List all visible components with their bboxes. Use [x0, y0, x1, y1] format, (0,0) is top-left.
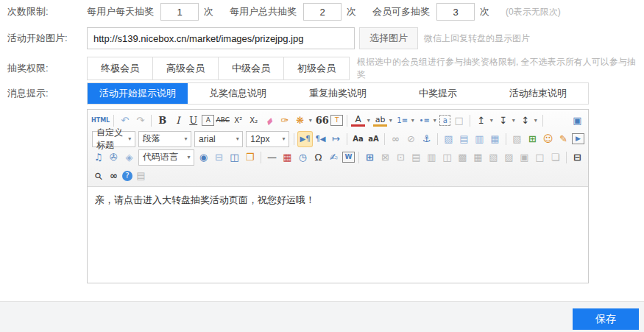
attachment-icon[interactable]: ✇: [107, 150, 121, 165]
select-all-icon[interactable]: a: [439, 115, 450, 126]
ltr-direction-icon[interactable]: ▶¶: [298, 132, 312, 146]
delete-table-icon[interactable]: ⊠: [378, 150, 392, 165]
indent-icon[interactable]: ↦: [329, 132, 343, 146]
limit-field-1-text: 每用户每天抽奖: [87, 5, 154, 18]
save-button[interactable]: 保存: [573, 308, 639, 330]
edit-document-icon[interactable]: ✍: [327, 150, 341, 165]
split-cells-icon[interactable]: ▣: [517, 150, 531, 165]
remove-format-icon[interactable]: ▰: [259, 110, 280, 131]
merge-right-icon[interactable]: ▧: [486, 150, 500, 165]
dropdown-arrow-icon: ▾: [532, 113, 539, 128]
insert-link-icon[interactable]: ∞: [389, 132, 403, 146]
unordered-list-tool[interactable]: •≡▾: [417, 113, 438, 128]
insert-image-icon[interactable]: ⊞: [526, 132, 539, 146]
line-height-tool[interactable]: ↕▾: [518, 113, 539, 128]
template-icon[interactable]: ❐: [243, 150, 257, 165]
delete-column-icon[interactable]: ▩: [456, 150, 470, 165]
font-border-icon[interactable]: A: [202, 115, 214, 126]
start-image-url-input[interactable]: [87, 27, 355, 49]
spacing-top-icon: ↥: [474, 113, 488, 128]
insert-video-icon[interactable]: ▶: [572, 133, 584, 144]
image-align-left-icon[interactable]: ▧: [442, 132, 456, 146]
anchor-icon[interactable]: ⚓: [420, 132, 434, 146]
member-group-button-ultimate[interactable]: 终极会员: [87, 57, 153, 80]
delete-row-icon[interactable]: ◫: [440, 150, 454, 165]
insert-row-icon[interactable]: ▤: [409, 150, 423, 165]
unlink-icon[interactable]: ⊘: [404, 132, 418, 146]
insert-column-icon[interactable]: ▥: [425, 150, 439, 165]
help-icon[interactable]: ?: [122, 171, 132, 181]
tab-activity-start-note[interactable]: 活动开始提示说明: [88, 83, 188, 104]
code-language-select[interactable]: 代码语言▾: [138, 149, 194, 166]
member-group-button-middle[interactable]: 中级会员: [218, 57, 284, 80]
merge-cells-icon[interactable]: ▦: [471, 150, 485, 165]
tab-redeem-info-note[interactable]: 兑奖信息说明: [188, 83, 288, 104]
dropdown-arrow-icon: ▾: [234, 132, 241, 146]
preview-page-icon[interactable]: ❏: [548, 150, 562, 165]
tab-activity-end-note[interactable]: 活动结束说明: [488, 83, 588, 104]
image-icon[interactable]: ▧: [510, 132, 524, 146]
font-size-select[interactable]: 12px▾: [246, 131, 289, 147]
paste-as-text-icon[interactable]: T: [330, 115, 343, 126]
insert-music-icon[interactable]: ♫: [91, 150, 105, 165]
ordered-list-tool[interactable]: 1≡▾: [395, 113, 416, 128]
spacing-bottom-tool[interactable]: ↧▾: [496, 113, 517, 128]
highlight-color-tool[interactable]: ab▾: [373, 113, 394, 128]
permission-label: 抽奖权限:: [0, 62, 87, 75]
editor-content-area[interactable]: 亲，请点击进入大转盘抽奖活动页面，祝您好运哦！: [88, 187, 588, 283]
strikethrough-icon[interactable]: ABC: [216, 113, 230, 128]
undo-icon[interactable]: ↶: [118, 113, 132, 128]
daily-draw-count-input[interactable]: [160, 3, 199, 21]
to-lowercase-icon[interactable]: aA: [367, 132, 381, 146]
paste-icon[interactable]: ▤: [134, 169, 148, 183]
member-group-button-junior[interactable]: 初级会员: [283, 57, 350, 80]
image-align-right-icon[interactable]: ▦: [488, 132, 502, 146]
font-color-tool[interactable]: A▾: [351, 113, 372, 128]
autotypeset-tool[interactable]: ❋▾: [293, 113, 314, 128]
horizontal-rule-icon[interactable]: —: [265, 150, 279, 165]
find-replace-icon[interactable]: ∞: [107, 169, 121, 183]
split-columns-icon[interactable]: □: [533, 150, 547, 165]
tab-win-prompt[interactable]: 中奖提示: [388, 83, 488, 104]
insert-time-icon[interactable]: ◷: [296, 150, 310, 165]
redo-icon[interactable]: ↷: [133, 113, 147, 128]
insert-date-icon[interactable]: ▦: [280, 150, 294, 165]
columns-icon[interactable]: ◫: [227, 150, 241, 165]
blockquote-icon[interactable]: 66: [315, 113, 329, 128]
print-icon[interactable]: ⊟: [570, 150, 584, 165]
image-align-center-icon[interactable]: ▥: [473, 132, 486, 146]
autotypeset-icon: ❋: [293, 113, 307, 128]
to-uppercase-icon[interactable]: Aa: [351, 132, 365, 146]
fullscreen-icon[interactable]: ▣: [570, 113, 584, 128]
superscript-icon[interactable]: X²: [231, 113, 245, 128]
table-properties-icon[interactable]: ⊡: [394, 150, 408, 165]
word-image-icon[interactable]: W: [342, 152, 355, 163]
scrawl-icon[interactable]: ✎: [556, 132, 570, 146]
custom-heading-select[interactable]: 自定义标题▾: [92, 131, 135, 147]
member-extra-draw-count-input[interactable]: [436, 3, 475, 21]
rtl-direction-icon[interactable]: ¶◀: [314, 132, 328, 146]
search-icon[interactable]: ⚲: [88, 166, 109, 186]
html-source-icon[interactable]: HTML: [91, 113, 110, 128]
font-family-select[interactable]: arial▾: [194, 131, 243, 147]
format-brush-icon[interactable]: ✑: [277, 113, 291, 128]
merge-down-icon[interactable]: ▨: [502, 150, 516, 165]
choose-image-button[interactable]: 选择图片: [359, 27, 418, 49]
spacing-top-tool[interactable]: ↥▾: [474, 113, 495, 128]
insert-table-icon[interactable]: ⊞: [363, 150, 377, 165]
member-group-button-senior[interactable]: 高级会员: [152, 57, 219, 80]
tab-repeat-draw-note[interactable]: 重复抽奖说明: [288, 83, 388, 104]
emoticon-icon[interactable]: ☺: [541, 132, 555, 146]
italic-icon[interactable]: I: [171, 113, 185, 128]
special-character-icon[interactable]: Ω: [311, 150, 325, 165]
insert-media-icon[interactable]: ◈: [122, 150, 136, 165]
image-inline-icon[interactable]: ▤: [457, 132, 471, 146]
clear-document-icon[interactable]: □: [452, 113, 466, 128]
total-draw-count-input[interactable]: [303, 3, 342, 21]
bold-icon[interactable]: B: [155, 113, 169, 128]
message-label: 消息提示:: [0, 87, 87, 100]
paragraph-select[interactable]: 段落▾: [138, 131, 191, 147]
page-break-icon[interactable]: ⊟: [212, 150, 226, 165]
underline-icon[interactable]: U: [186, 113, 200, 128]
map-icon[interactable]: ◉: [197, 150, 210, 165]
